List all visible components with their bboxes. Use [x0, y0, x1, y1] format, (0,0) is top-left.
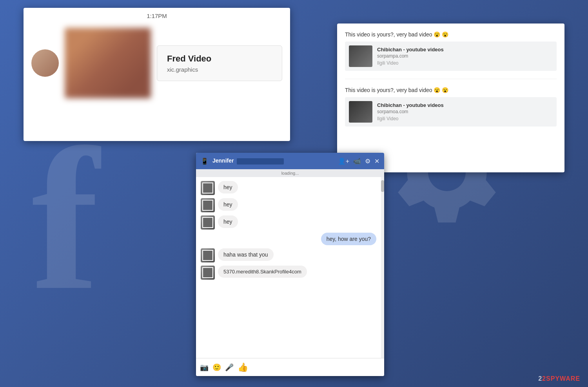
chat-message-4: hey, how are you? — [201, 233, 376, 245]
video-time: 1:17PM — [24, 8, 290, 24]
channel-url-1: sorpampa.com — [377, 53, 444, 59]
avatar-frame-1 — [202, 183, 213, 194]
mic-icon[interactable]: 🎤 — [225, 363, 234, 372]
chat-bubble-3: hey — [218, 215, 238, 228]
chat-message-1: hey — [201, 181, 376, 195]
chat-bubble-5: haha was that you — [218, 248, 274, 261]
sender-avatar-2 — [201, 198, 215, 212]
video-info-box: Fred Video xic.graphics — [157, 45, 282, 81]
avatar-frame-3 — [202, 217, 213, 228]
video-link-card-1: Chibichan - youtube videos sorpampa.com … — [345, 42, 557, 71]
emoji-icon[interactable]: 🙂 — [212, 363, 221, 372]
chat-message-5: haha was that you — [201, 248, 376, 262]
sender-avatar-6 — [201, 266, 215, 280]
video-title: Fred Video — [167, 54, 272, 64]
name-bar — [237, 158, 284, 165]
warning-text-1: This video is yours?, very bad video 😮 😮 — [345, 31, 557, 38]
video-label-2: Ilgili Video — [377, 116, 444, 121]
messenger-subheader: loading... — [196, 169, 384, 177]
chat-message-2: hey — [201, 198, 376, 212]
user-avatar — [31, 49, 59, 77]
avatar-frame-2 — [202, 200, 213, 211]
chat-scroll-area[interactable]: hey hey hey — [196, 177, 384, 358]
video-url: xic.graphics — [167, 66, 272, 73]
chat-bubble-6: 5370.meredith8.SkankProfile4com — [218, 266, 307, 278]
video-thumb-2 — [349, 101, 372, 123]
chat-message-6: 5370.meredith8.SkankProfile4com — [201, 266, 376, 280]
subheader-text: loading... — [281, 171, 299, 175]
chat-bubble-4: hey, how are you? — [321, 233, 376, 245]
screenshot-video-warning: This video is yours?, very bad video 😮 😮… — [337, 24, 564, 172]
video-link-info-1: Chibichan - youtube videos sorpampa.com … — [377, 47, 444, 66]
sender-avatar-1 — [201, 181, 215, 195]
blurred-video-preview — [65, 28, 151, 98]
settings-icon[interactable]: ⚙ — [365, 157, 370, 165]
messenger-input-area: 📷 🙂 🎤 👍 — [196, 358, 384, 376]
warning-block-1: This video is yours?, very bad video 😮 😮… — [345, 31, 557, 79]
fb-logo-watermark: f — [31, 118, 99, 321]
sender-avatar-5 — [201, 248, 215, 262]
video-call-icon[interactable]: 📹 — [353, 157, 361, 165]
video-link-info-2: Chibichan - youtube videos sorpamoa.com … — [377, 102, 444, 121]
messenger-header-icons: 👤+ 📹 ⚙ ✕ — [338, 157, 379, 165]
avatar-frame-6 — [202, 267, 213, 278]
close-icon[interactable]: ✕ — [374, 157, 379, 165]
video-thumb-1 — [349, 45, 372, 67]
warning-text-2: This video is yours?, very bad video 😮 😮 — [345, 87, 557, 93]
watermark-brand: 2SPYWARE — [542, 375, 580, 382]
watermark-number: 2 — [538, 375, 542, 382]
chat-bubble-2: hey — [218, 198, 238, 211]
sender-avatar-3 — [201, 215, 215, 230]
camera-icon[interactable]: 📷 — [200, 363, 209, 372]
like-icon[interactable]: 👍 — [238, 362, 248, 373]
video-label-1: Ilgili Video — [377, 60, 444, 66]
avatar-frame-5 — [202, 250, 213, 261]
channel-url-2: sorpamoa.com — [377, 109, 444, 114]
chat-bubble-1: hey — [218, 181, 238, 194]
screenshot-fred-video: 1:17PM Fred Video xic.graphics — [24, 8, 290, 141]
add-person-icon[interactable]: 👤+ — [338, 157, 349, 165]
warning-block-2: This video is yours?, very bad video 😮 😮… — [345, 87, 557, 134]
phone-icon: 📱 — [201, 157, 209, 165]
spyware-watermark: 22SPYWARE — [538, 375, 580, 382]
messenger-header: 📱 Jennifer 👤+ 📹 ⚙ ✕ — [196, 153, 384, 169]
messenger-contact-name: Jennifer — [212, 157, 335, 164]
channel-name-2: Chibichan - youtube videos — [377, 102, 444, 108]
channel-name-1: Chibichan - youtube videos — [377, 47, 444, 52]
video-content: Fred Video xic.graphics — [24, 24, 290, 102]
chat-message-3: hey — [201, 215, 376, 230]
video-link-card-2: Chibichan - youtube videos sorpamoa.com … — [345, 97, 557, 127]
messenger-chat-window: 📱 Jennifer 👤+ 📹 ⚙ ✕ loading... — [196, 153, 384, 376]
